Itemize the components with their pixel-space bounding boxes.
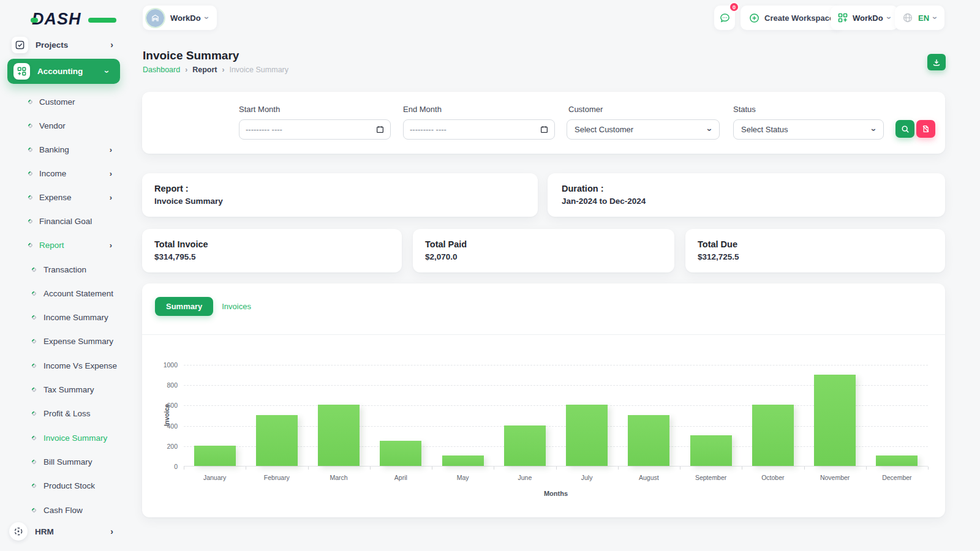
workspace-menu-button[interactable]: WorkDo › (831, 6, 898, 30)
x-tick-label: June (494, 474, 556, 481)
sidebar-item-label: Expense (39, 193, 110, 202)
x-axis-tick (494, 467, 494, 470)
stat-value: $314,795.5 (154, 252, 196, 261)
sidebar-item-invoice-summary[interactable]: Invoice Summary (0, 430, 127, 446)
stat-card-total-due: Total Due$312,725.5 (685, 229, 945, 272)
sidebar-item-report[interactable]: Report› (0, 237, 127, 253)
duration-label: Duration : (562, 184, 603, 193)
y-tick-label: 1000 (151, 361, 178, 369)
duration-info-card: Duration : Jan-2024 to Dec-2024 (548, 173, 945, 217)
chevron-right-icon: › (110, 170, 112, 178)
sidebar-item-tax-summary[interactable]: Tax Summary (0, 382, 127, 398)
sidebar-item-hrm[interactable]: HRM › (0, 522, 127, 541)
sidebar-item-label: Tax Summary (43, 385, 127, 394)
chevron-down-icon: › (931, 17, 940, 20)
sidebar-item-profit-loss[interactable]: Profit & Loss (0, 406, 127, 422)
bullet-icon (31, 411, 37, 417)
gridline (184, 365, 928, 365)
x-tick-label: September (680, 474, 742, 481)
create-workspace-button[interactable]: Create Workspace (741, 6, 842, 30)
chevron-right-icon: › (110, 40, 113, 49)
sidebar-item-income-summary[interactable]: Income Summary (0, 310, 127, 326)
sidebar-item-label: Account Statement (43, 289, 127, 298)
bar-july (566, 405, 608, 466)
sidebar-item-cash-flow[interactable]: Cash Flow (0, 502, 127, 518)
start-month-input[interactable]: --------- ---- (239, 119, 391, 140)
sidebar-item-financial-goal[interactable]: Financial Goal (0, 213, 127, 229)
bar-november (814, 375, 856, 466)
x-axis-tick (308, 467, 309, 470)
sidebar-item-income[interactable]: Income› (0, 165, 127, 181)
x-axis-tick (618, 467, 619, 470)
end-month-label: End Month (403, 105, 442, 114)
sidebar-item-customer[interactable]: Customer (0, 94, 127, 110)
create-workspace-label: Create Workspace (764, 13, 834, 23)
sidebar-item-income-vs-expense[interactable]: Income Vs Expense (0, 358, 127, 373)
grid-plus-icon (13, 63, 30, 80)
breadcrumb-item-report[interactable]: Report (192, 66, 217, 74)
apply-filter-button[interactable] (895, 120, 914, 138)
sidebar-item-label: Transaction (43, 265, 127, 274)
sidebar-item-bill-summary[interactable]: Bill Summary (0, 454, 127, 470)
checkbox-icon (12, 37, 28, 53)
bullet-icon (31, 507, 37, 513)
chevron-down-icon: › (203, 17, 211, 20)
x-tick-label: August (618, 474, 680, 481)
breadcrumb-item-invoice-summary: Invoice Summary (229, 66, 288, 74)
breadcrumb-separator: › (222, 66, 224, 74)
sidebar-item-account-statement[interactable]: Account Statement (0, 285, 127, 301)
x-tick-label: October (742, 474, 804, 481)
sidebar-item-banking[interactable]: Banking› (0, 141, 127, 157)
sidebar-item-accounting[interactable]: Accounting › (7, 59, 120, 84)
end-month-input[interactable]: --------- ---- (403, 119, 555, 140)
x-tick-label: May (432, 474, 494, 481)
messages-button[interactable]: 0 (714, 6, 735, 30)
x-axis-tick (928, 467, 929, 470)
download-button[interactable] (927, 54, 946, 70)
sidebar-item-label: Product Stock (43, 481, 127, 490)
bullet-icon (31, 339, 37, 345)
sidebar-item-transaction[interactable]: Transaction (0, 261, 127, 277)
report-info-card: Report : Invoice Summary (142, 173, 538, 217)
workspace-switcher[interactable]: WorkDo › (143, 6, 217, 30)
sidebar-item-vendor[interactable]: Vendor (0, 118, 127, 133)
x-axis-tick (370, 467, 371, 470)
sidebar-item-label: Financial Goal (39, 217, 127, 226)
breadcrumb-item-dashboard[interactable]: Dashboard (143, 66, 180, 74)
x-tick-label: July (556, 474, 618, 481)
workspace-name: WorkDo (170, 13, 201, 23)
sidebar-item-projects[interactable]: Projects › (0, 36, 127, 54)
file-slash-icon (922, 125, 930, 133)
reset-filter-button[interactable] (916, 120, 935, 138)
download-icon (932, 58, 941, 67)
tab-invoices[interactable]: Invoices (213, 297, 260, 316)
bar-june (504, 425, 546, 466)
bullet-icon (28, 170, 34, 176)
bullet-icon (31, 435, 37, 441)
language-code: EN (918, 13, 929, 23)
tab-summary[interactable]: Summary (155, 297, 213, 316)
globe-icon (902, 12, 913, 23)
logo-text: DASH (32, 10, 81, 28)
bullet-icon (28, 122, 34, 129)
x-tick-label: January (184, 474, 246, 481)
x-axis-tick (866, 467, 867, 470)
sidebar-item-expense[interactable]: Expense› (0, 189, 127, 205)
logo-accent-dot (31, 18, 38, 23)
customer-select[interactable]: Select Customer › (567, 119, 720, 140)
workspace-menu-label: WorkDo (853, 13, 883, 23)
sidebar-item-product-stock[interactable]: Product Stock (0, 478, 127, 494)
bar-february (256, 415, 298, 466)
status-select[interactable]: Select Status › (733, 119, 884, 140)
y-tick-label: 800 (151, 381, 178, 389)
bullet-icon (28, 218, 34, 224)
language-selector[interactable]: EN › (895, 6, 944, 30)
app-logo[interactable]: DASH (32, 10, 105, 31)
bullet-icon (31, 459, 37, 465)
sidebar-item-expense-summary[interactable]: Expense Summary (0, 334, 127, 350)
sidebar-item-label: Income (39, 169, 110, 178)
sidebar-item-label: Vendor (39, 121, 127, 130)
bullet-icon (31, 483, 37, 489)
start-month-placeholder: --------- ---- (246, 125, 282, 134)
start-month-label: Start Month (239, 105, 280, 114)
